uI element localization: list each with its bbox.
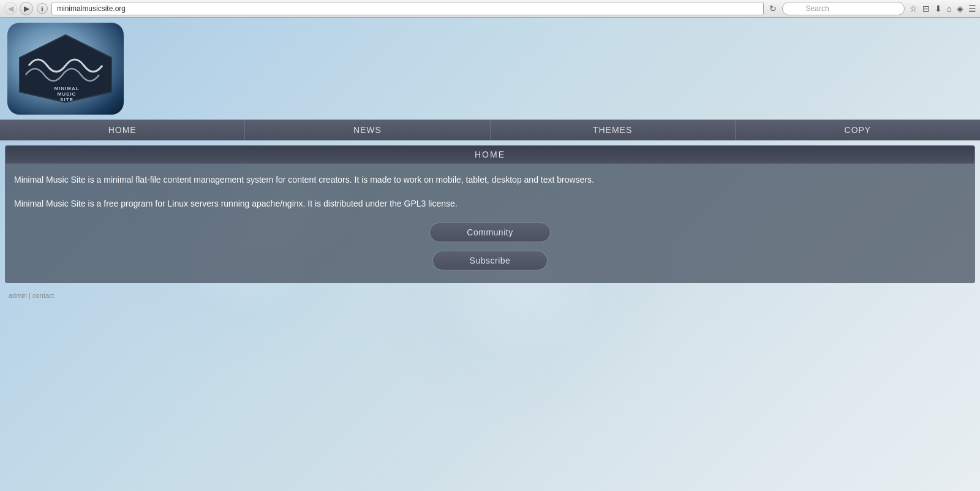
logo-inner: MINIMAL MUSIC SITE xyxy=(13,29,118,108)
bookmark-icon[interactable]: ⊟ xyxy=(922,4,930,13)
forward-button[interactable]: ▶ xyxy=(20,2,33,15)
site-wrapper: MINIMAL MUSIC SITE HOME NEWS THEMES COPY… xyxy=(0,18,980,303)
admin-link[interactable]: admin xyxy=(9,292,27,299)
url-bar[interactable]: minimalmusicsite.org xyxy=(51,2,764,15)
nav-item-news[interactable]: NEWS xyxy=(245,120,490,140)
content-body: Minimal Music Site is a minimal flat-fil… xyxy=(6,164,974,283)
browser-toolbar: ◀ ▶ ℹ minimalmusicsite.org ↻ 🔍 Search ☆ … xyxy=(0,0,980,17)
nav-label-news: NEWS xyxy=(353,125,382,135)
nav-label-home: HOME xyxy=(108,125,137,135)
nav-item-home[interactable]: HOME xyxy=(0,120,245,140)
search-bar-wrap: 🔍 Search xyxy=(782,2,905,15)
info-icon: ℹ xyxy=(41,6,43,12)
info-button[interactable]: ℹ xyxy=(37,3,48,14)
svg-text:MUSIC: MUSIC xyxy=(58,91,77,97)
footer-separator: | xyxy=(29,292,31,299)
contact-link[interactable]: contact xyxy=(32,292,54,299)
nav-label-themes: THEMES xyxy=(593,125,632,135)
nav-item-themes[interactable]: THEMES xyxy=(491,120,736,140)
pocket-icon[interactable]: ◈ xyxy=(957,4,963,13)
subscribe-button[interactable]: Subscribe xyxy=(432,251,548,270)
search-input[interactable]: Search xyxy=(782,2,905,15)
menu-icon[interactable]: ☰ xyxy=(968,4,976,13)
reload-icon: ↻ xyxy=(769,4,777,13)
forward-icon: ▶ xyxy=(24,4,29,13)
reload-button[interactable]: ↻ xyxy=(766,2,780,15)
download-icon[interactable]: ⬇ xyxy=(935,4,942,13)
paragraph-1: Minimal Music Site is a minimal flat-fil… xyxy=(14,173,966,186)
svg-text:MINIMAL: MINIMAL xyxy=(54,86,79,91)
url-text: minimalmusicsite.org xyxy=(57,4,126,13)
site-footer: admin | contact xyxy=(0,288,980,303)
button-group: Community Subscribe xyxy=(14,223,966,270)
content-header: HOME xyxy=(6,146,974,164)
svg-text:SITE: SITE xyxy=(60,97,74,102)
site-main: HOME Minimal Music Site is a minimal fla… xyxy=(5,145,975,283)
site-nav: HOME NEWS THEMES COPY xyxy=(0,120,980,140)
site-header: MINIMAL MUSIC SITE xyxy=(0,18,980,120)
back-button[interactable]: ◀ xyxy=(4,2,17,15)
community-button[interactable]: Community xyxy=(429,223,550,242)
browser-actions: ☆ ⊟ ⬇ ⌂ ◈ ☰ xyxy=(910,4,976,13)
section-title: HOME xyxy=(475,150,505,159)
logo-svg: MINIMAL MUSIC SITE xyxy=(17,32,115,105)
home-browser-icon[interactable]: ⌂ xyxy=(947,4,952,13)
paragraph-2: Minimal Music Site is a free program for… xyxy=(14,197,966,210)
browser-chrome: ◀ ▶ ℹ minimalmusicsite.org ↻ 🔍 Search ☆ … xyxy=(0,0,980,18)
nav-label-copy: COPY xyxy=(845,125,872,135)
star-icon[interactable]: ☆ xyxy=(910,4,918,13)
nav-item-copy[interactable]: COPY xyxy=(736,120,980,140)
back-icon: ◀ xyxy=(8,4,13,13)
site-logo: MINIMAL MUSIC SITE xyxy=(7,23,124,115)
search-placeholder: Search xyxy=(806,4,829,13)
